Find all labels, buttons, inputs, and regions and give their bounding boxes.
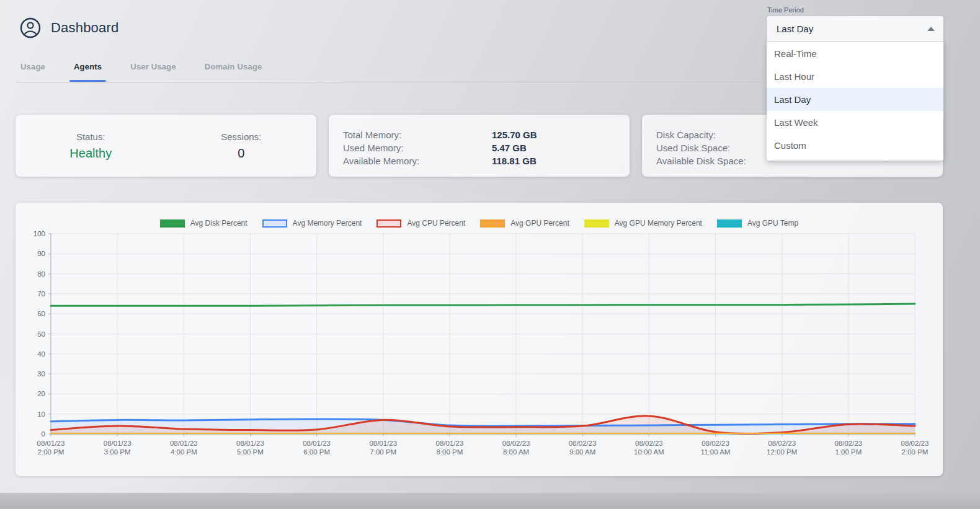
svg-text:5:00 PM: 5:00 PM: [237, 448, 264, 456]
legend-swatch-icon: [376, 219, 401, 228]
chevron-up-icon: [927, 27, 935, 31]
legend-label: Avg GPU Temp: [747, 219, 798, 228]
svg-text:8:00 PM: 8:00 PM: [437, 448, 463, 456]
menu-item-real-time[interactable]: Real-Time: [767, 42, 943, 65]
dashboard-page: { "header": { "title": "Dashboard" }, "t…: [0, 0, 980, 509]
sessions-label: Sessions:: [166, 131, 317, 142]
menu-item-last-week[interactable]: Last Week: [767, 111, 943, 134]
svg-text:08/02/23: 08/02/23: [702, 440, 729, 447]
svg-text:08/02/23: 08/02/23: [834, 440, 862, 447]
tab-user-usage[interactable]: User Usage: [128, 62, 178, 82]
legend-item-4[interactable]: Avg GPU Memory Percent: [584, 219, 702, 228]
svg-text:3:00 PM: 3:00 PM: [104, 448, 131, 456]
svg-text:08/02/23: 08/02/23: [635, 440, 663, 447]
legend-item-2[interactable]: Avg CPU Percent: [376, 219, 465, 228]
menu-item-last-day[interactable]: Last Day: [767, 88, 943, 111]
svg-text:10: 10: [37, 410, 45, 418]
legend-swatch-icon: [480, 219, 505, 228]
svg-text:08/01/23: 08/01/23: [104, 440, 131, 447]
svg-text:7:00 PM: 7:00 PM: [370, 448, 396, 456]
used-memory-value: 5.47 GB: [492, 143, 527, 153]
svg-text:70: 70: [37, 290, 45, 298]
svg-text:40: 40: [37, 350, 45, 358]
time-period-menu: Real-Time Last Hour Last Day Last Week C…: [767, 41, 943, 161]
chart-legend: Avg Disk PercentAvg Memory PercentAvg CP…: [16, 219, 943, 228]
legend-swatch-icon: [584, 219, 609, 228]
svg-text:100: 100: [33, 230, 45, 237]
user-account-icon: [20, 17, 41, 38]
total-memory-label: Total Memory:: [343, 130, 492, 140]
status-label: Status:: [16, 131, 166, 142]
tab-domain-usage[interactable]: Domain Usage: [203, 62, 264, 82]
svg-text:08/02/23: 08/02/23: [901, 440, 929, 447]
svg-text:08/01/23: 08/01/23: [236, 440, 264, 447]
available-memory-row: Available Memory: 118.81 GB: [343, 154, 630, 167]
status-card: Status: Healthy Sessions: 0: [16, 115, 316, 177]
sessions-stat: Sessions: 0: [166, 131, 317, 161]
legend-label: Avg GPU Percent: [510, 219, 569, 228]
svg-text:20: 20: [37, 390, 45, 397]
bottom-band: [0, 493, 980, 509]
memory-card: Total Memory: 125.70 GB Used Memory: 5.4…: [329, 115, 630, 177]
total-memory-value: 125.70 GB: [492, 130, 537, 140]
legend-item-3[interactable]: Avg GPU Percent: [480, 219, 569, 228]
svg-text:2:00 PM: 2:00 PM: [38, 448, 65, 456]
menu-item-last-hour[interactable]: Last Hour: [767, 65, 943, 88]
legend-swatch-icon: [262, 219, 287, 228]
svg-text:1:00 PM: 1:00 PM: [835, 448, 862, 456]
legend-swatch-icon: [160, 219, 185, 228]
usage-chart-svg: 010203040506070809010008/01/232:00 PM08/…: [16, 203, 943, 476]
svg-text:08/01/23: 08/01/23: [170, 440, 198, 447]
legend-label: Avg CPU Percent: [407, 219, 465, 228]
legend-item-5[interactable]: Avg GPU Temp: [717, 219, 798, 228]
svg-text:2:00 PM: 2:00 PM: [902, 448, 929, 456]
used-memory-label: Used Memory:: [343, 143, 492, 153]
status-stat: Status: Healthy: [16, 131, 166, 161]
svg-text:10:00 AM: 10:00 AM: [634, 448, 664, 456]
usage-chart-card: 010203040506070809010008/01/232:00 PM08/…: [16, 203, 943, 476]
total-memory-row: Total Memory: 125.70 GB: [343, 128, 630, 141]
page-title: Dashboard: [51, 20, 118, 36]
svg-text:08/01/23: 08/01/23: [369, 440, 397, 447]
svg-text:08/01/23: 08/01/23: [37, 440, 65, 447]
svg-text:08/02/23: 08/02/23: [502, 440, 530, 447]
legend-label: Avg Disk Percent: [190, 219, 247, 228]
used-memory-row: Used Memory: 5.47 GB: [343, 141, 630, 154]
time-period-select[interactable]: Last Day: [767, 16, 943, 41]
svg-text:12:00 PM: 12:00 PM: [767, 448, 797, 456]
svg-text:80: 80: [37, 270, 45, 278]
svg-text:08/02/23: 08/02/23: [768, 440, 796, 447]
legend-label: Avg GPU Memory Percent: [615, 219, 702, 228]
svg-text:6:00 PM: 6:00 PM: [303, 448, 330, 456]
legend-swatch-icon: [717, 219, 742, 228]
time-period-dropdown: Time Period Last Day Real-Time Last Hour…: [767, 6, 943, 161]
svg-text:60: 60: [37, 310, 45, 317]
sessions-value: 0: [166, 146, 317, 161]
status-value: Healthy: [16, 146, 166, 161]
svg-text:50: 50: [37, 330, 45, 338]
tab-agents[interactable]: Agents: [72, 62, 104, 82]
menu-item-custom[interactable]: Custom: [767, 134, 943, 157]
available-memory-label: Available Memory:: [343, 156, 492, 166]
tab-usage[interactable]: Usage: [19, 62, 47, 82]
svg-text:9:00 AM: 9:00 AM: [569, 448, 595, 456]
header: Dashboard: [20, 17, 118, 38]
svg-text:90: 90: [37, 250, 45, 257]
time-period-selected-value: Last Day: [777, 24, 813, 34]
svg-text:08/02/23: 08/02/23: [569, 440, 597, 447]
svg-text:08/01/23: 08/01/23: [303, 440, 331, 447]
svg-text:8:00 AM: 8:00 AM: [503, 448, 529, 456]
svg-text:4:00 PM: 4:00 PM: [171, 448, 197, 456]
svg-text:08/01/23: 08/01/23: [436, 440, 464, 447]
time-period-label: Time Period: [767, 6, 943, 14]
legend-item-0[interactable]: Avg Disk Percent: [160, 219, 247, 228]
svg-text:30: 30: [37, 370, 45, 378]
svg-text:0: 0: [42, 430, 45, 438]
available-memory-value: 118.81 GB: [492, 156, 537, 166]
svg-text:11:00 AM: 11:00 AM: [701, 448, 731, 456]
legend-item-1[interactable]: Avg Memory Percent: [262, 219, 362, 228]
legend-label: Avg Memory Percent: [293, 219, 362, 228]
